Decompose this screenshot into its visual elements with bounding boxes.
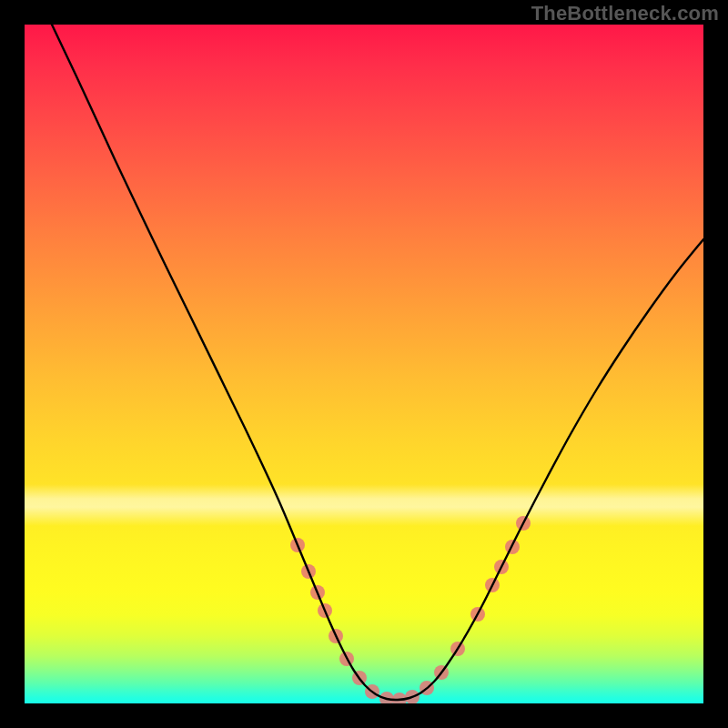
data-point-marker (392, 693, 407, 703)
curve-layer (25, 25, 703, 703)
plot-area (25, 25, 703, 703)
bottleneck-curve (52, 25, 703, 700)
marker-dots (290, 516, 531, 703)
chart-frame: TheBottleneck.com (0, 0, 728, 728)
watermark-text: TheBottleneck.com (531, 2, 719, 25)
